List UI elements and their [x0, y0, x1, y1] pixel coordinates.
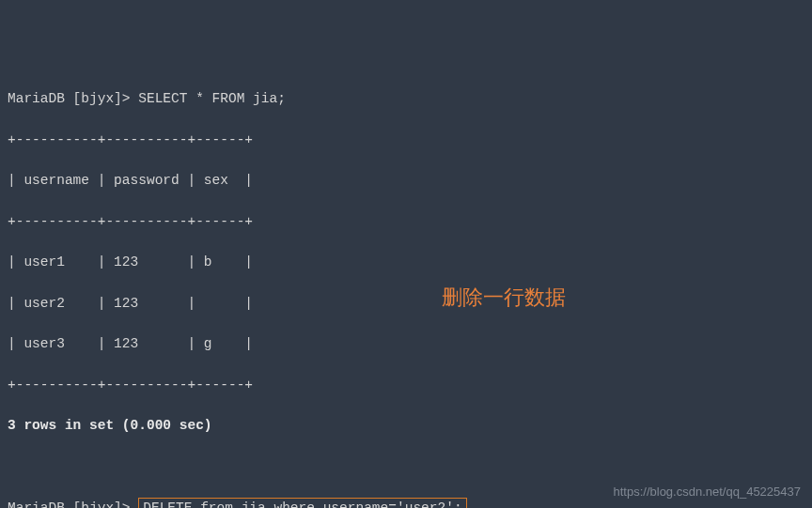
- table-header: | username | password | sex |: [8, 171, 804, 192]
- sql-query: SELECT * FROM jia;: [138, 91, 286, 106]
- table-border: +----------+----------+------+: [8, 212, 804, 233]
- table-border: +----------+----------+------+: [8, 131, 804, 151]
- watermark: https://blog.csdn.net/qq_45225437: [614, 483, 802, 501]
- prompt: MariaDB [bjyx]>: [8, 500, 138, 508]
- table-row: | user3 | 123 | g |: [8, 334, 804, 355]
- prompt: MariaDB [bjyx]>: [8, 91, 138, 106]
- blank-line: [8, 457, 804, 478]
- result-text: 3 rows in set (0.000 sec): [8, 416, 804, 437]
- table-row: | user1 | 123 | b |: [8, 253, 804, 273]
- table-border: +----------+----------+------+: [8, 376, 804, 396]
- delete-query-highlight: DELETE from jia where username='user2';: [138, 498, 466, 508]
- query-line-1: MariaDB [bjyx]> SELECT * FROM jia;: [8, 89, 804, 110]
- table-row: | user2 | 123 | |: [8, 294, 804, 315]
- annotation-label: 删除一行数据: [442, 282, 566, 313]
